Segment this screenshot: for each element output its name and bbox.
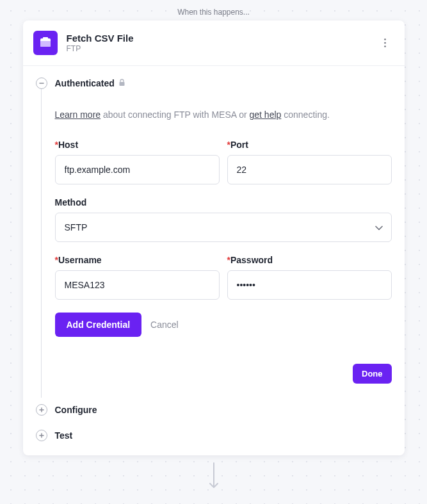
step-card: Fetch CSV File FTP Authenticated [23,20,405,455]
section-authenticated-label[interactable]: Authenticated [55,78,125,88]
ftp-app-icon [33,31,58,55]
get-help-link[interactable]: get help [250,110,282,120]
lock-icon [118,78,125,88]
authenticated-text: Authenticated [55,78,115,88]
trigger-label: When this happens... [0,0,427,20]
port-label: *Port [227,140,392,150]
section-test-header[interactable]: Test [36,430,392,441]
host-input[interactable] [55,155,220,184]
svg-point-3 [384,38,386,40]
minus-icon [38,80,45,86]
username-input[interactable] [55,270,220,300]
add-credential-button[interactable]: Add Credential [55,313,142,337]
expand-toggle-test[interactable] [36,430,47,441]
flow-arrow [0,462,427,490]
learn-more-link[interactable]: Learn more [55,110,101,120]
kebab-icon [384,38,386,47]
section-authenticated-header[interactable]: Authenticated [36,77,392,89]
folder-icon [38,35,53,51]
method-label: Method [55,197,392,207]
section-configure-header[interactable]: Configure [36,404,392,416]
host-label: *Host [55,140,220,150]
svg-rect-7 [119,82,124,86]
svg-point-4 [384,42,386,44]
step-title: Fetch CSV File [67,33,379,44]
timeline-line [41,86,42,398]
port-input[interactable] [227,155,392,184]
section-test-label[interactable]: Test [55,430,73,441]
done-button[interactable]: Done [353,364,392,384]
step-subtitle: FTP [67,44,379,53]
method-select[interactable] [55,213,392,242]
password-label: *Password [227,255,392,265]
card-header: Fetch CSV File FTP [23,20,405,66]
username-label: *Username [55,255,220,265]
authenticated-content: Learn more about connecting FTP with MES… [41,89,392,390]
svg-point-5 [384,45,386,47]
section-configure-label[interactable]: Configure [55,405,97,415]
help-text: Learn more about connecting FTP with MES… [55,108,392,122]
svg-rect-1 [40,41,51,47]
expand-toggle-configure[interactable] [36,404,47,416]
arrow-down-icon [207,462,220,490]
cancel-button[interactable]: Cancel [150,320,179,330]
plus-icon [38,432,45,439]
plus-icon [38,407,45,413]
password-input[interactable] [227,270,392,300]
collapse-toggle-authenticated[interactable] [36,77,47,89]
svg-rect-2 [43,37,48,39]
more-menu-button[interactable] [379,35,392,51]
